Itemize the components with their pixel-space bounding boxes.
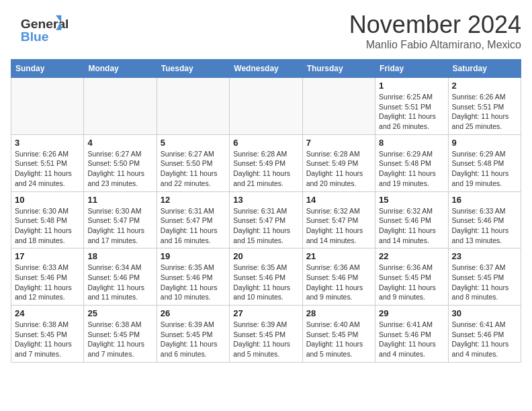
day-info: Sunrise: 6:28 AM Sunset: 5:49 PM Dayligh… [233, 149, 298, 189]
calendar-table: SundayMondayTuesdayWednesdayThursdayFrid… [11, 59, 521, 363]
day-info: Sunrise: 6:37 AM Sunset: 5:45 PM Dayligh… [452, 263, 517, 302]
col-header-saturday: Saturday [448, 60, 521, 78]
day-number: 14 [306, 195, 371, 205]
day-number: 28 [306, 308, 371, 318]
calendar-week-row: 17Sunrise: 6:33 AM Sunset: 5:46 PM Dayli… [11, 248, 521, 306]
day-info: Sunrise: 6:35 AM Sunset: 5:46 PM Dayligh… [233, 263, 298, 302]
svg-text:General: General [21, 17, 69, 31]
day-info: Sunrise: 6:27 AM Sunset: 5:50 PM Dayligh… [87, 149, 152, 189]
day-number: 2 [452, 81, 517, 91]
calendar-cell: 16Sunrise: 6:33 AM Sunset: 5:46 PM Dayli… [448, 191, 521, 248]
day-info: Sunrise: 6:35 AM Sunset: 5:46 PM Dayligh… [161, 263, 226, 302]
day-number: 29 [379, 308, 444, 318]
calendar-cell: 14Sunrise: 6:32 AM Sunset: 5:47 PM Dayli… [302, 191, 375, 248]
calendar-cell: 11Sunrise: 6:30 AM Sunset: 5:47 PM Dayli… [84, 191, 157, 248]
svg-text:Blue: Blue [21, 30, 49, 43]
day-number: 5 [161, 138, 226, 148]
day-info: Sunrise: 6:41 AM Sunset: 5:46 PM Dayligh… [379, 320, 444, 359]
day-number: 22 [379, 251, 444, 261]
calendar-week-row: 24Sunrise: 6:38 AM Sunset: 5:45 PM Dayli… [11, 306, 521, 363]
calendar-cell: 15Sunrise: 6:32 AM Sunset: 5:46 PM Dayli… [375, 191, 448, 248]
day-number: 15 [379, 195, 444, 205]
calendar-cell: 3Sunrise: 6:26 AM Sunset: 5:51 PM Daylig… [11, 134, 84, 191]
calendar-cell [230, 78, 302, 135]
day-info: Sunrise: 6:34 AM Sunset: 5:46 PM Dayligh… [87, 263, 152, 302]
day-info: Sunrise: 6:32 AM Sunset: 5:47 PM Dayligh… [306, 206, 371, 246]
day-number: 21 [306, 251, 371, 261]
day-info: Sunrise: 6:38 AM Sunset: 5:45 PM Dayligh… [15, 320, 80, 359]
calendar-cell: 24Sunrise: 6:38 AM Sunset: 5:45 PM Dayli… [11, 306, 84, 363]
col-header-monday: Monday [84, 60, 157, 78]
calendar-cell: 23Sunrise: 6:37 AM Sunset: 5:45 PM Dayli… [448, 248, 521, 306]
day-number: 10 [15, 195, 80, 205]
calendar-cell [157, 78, 229, 135]
day-info: Sunrise: 6:31 AM Sunset: 5:47 PM Dayligh… [161, 206, 226, 246]
day-number: 26 [161, 308, 226, 318]
calendar-cell: 20Sunrise: 6:35 AM Sunset: 5:46 PM Dayli… [230, 248, 302, 306]
calendar-cell [84, 78, 157, 135]
page-header: General Blue November 2024 Manlio Fabio … [11, 11, 521, 51]
calendar-cell: 2Sunrise: 6:26 AM Sunset: 5:51 PM Daylig… [448, 78, 521, 135]
calendar-cell: 6Sunrise: 6:28 AM Sunset: 5:49 PM Daylig… [230, 134, 302, 191]
day-number: 4 [87, 138, 152, 148]
calendar-cell: 1Sunrise: 6:25 AM Sunset: 5:51 PM Daylig… [375, 78, 448, 135]
day-info: Sunrise: 6:25 AM Sunset: 5:51 PM Dayligh… [379, 92, 444, 132]
calendar-cell: 9Sunrise: 6:29 AM Sunset: 5:48 PM Daylig… [448, 134, 521, 191]
calendar-week-row: 3Sunrise: 6:26 AM Sunset: 5:51 PM Daylig… [11, 134, 521, 191]
day-number: 23 [452, 251, 517, 261]
day-info: Sunrise: 6:26 AM Sunset: 5:51 PM Dayligh… [15, 149, 80, 189]
day-info: Sunrise: 6:29 AM Sunset: 5:48 PM Dayligh… [452, 149, 517, 189]
col-header-tuesday: Tuesday [157, 60, 229, 78]
day-number: 9 [452, 138, 517, 148]
calendar-cell: 13Sunrise: 6:31 AM Sunset: 5:47 PM Dayli… [230, 191, 302, 248]
col-header-friday: Friday [375, 60, 448, 78]
calendar-cell: 27Sunrise: 6:39 AM Sunset: 5:45 PM Dayli… [230, 306, 302, 363]
day-info: Sunrise: 6:41 AM Sunset: 5:46 PM Dayligh… [452, 320, 517, 359]
calendar-cell: 19Sunrise: 6:35 AM Sunset: 5:46 PM Dayli… [157, 248, 229, 306]
day-number: 19 [161, 251, 226, 261]
day-number: 6 [233, 138, 298, 148]
day-number: 13 [233, 195, 298, 205]
calendar-header-row: SundayMondayTuesdayWednesdayThursdayFrid… [11, 60, 521, 78]
calendar-cell: 26Sunrise: 6:39 AM Sunset: 5:45 PM Dayli… [157, 306, 229, 363]
calendar-cell: 21Sunrise: 6:36 AM Sunset: 5:46 PM Dayli… [302, 248, 375, 306]
day-number: 1 [379, 81, 444, 91]
col-header-wednesday: Wednesday [230, 60, 302, 78]
logo-icon: General Blue [11, 13, 71, 43]
calendar-week-row: 10Sunrise: 6:30 AM Sunset: 5:48 PM Dayli… [11, 191, 521, 248]
day-number: 25 [87, 308, 152, 318]
calendar-cell: 10Sunrise: 6:30 AM Sunset: 5:48 PM Dayli… [11, 191, 84, 248]
day-number: 11 [87, 195, 152, 205]
col-header-thursday: Thursday [302, 60, 375, 78]
calendar-cell [302, 78, 375, 135]
day-number: 3 [15, 138, 80, 148]
day-info: Sunrise: 6:33 AM Sunset: 5:46 PM Dayligh… [452, 206, 517, 246]
calendar-cell: 29Sunrise: 6:41 AM Sunset: 5:46 PM Dayli… [375, 306, 448, 363]
calendar-cell [11, 78, 84, 135]
day-info: Sunrise: 6:28 AM Sunset: 5:49 PM Dayligh… [306, 149, 371, 189]
calendar-cell: 18Sunrise: 6:34 AM Sunset: 5:46 PM Dayli… [84, 248, 157, 306]
day-info: Sunrise: 6:38 AM Sunset: 5:45 PM Dayligh… [87, 320, 152, 359]
day-info: Sunrise: 6:26 AM Sunset: 5:51 PM Dayligh… [452, 92, 517, 132]
calendar-cell: 7Sunrise: 6:28 AM Sunset: 5:49 PM Daylig… [302, 134, 375, 191]
day-info: Sunrise: 6:40 AM Sunset: 5:45 PM Dayligh… [306, 320, 371, 359]
day-info: Sunrise: 6:31 AM Sunset: 5:47 PM Dayligh… [233, 206, 298, 246]
calendar-cell: 25Sunrise: 6:38 AM Sunset: 5:45 PM Dayli… [84, 306, 157, 363]
day-number: 18 [87, 251, 152, 261]
day-info: Sunrise: 6:33 AM Sunset: 5:46 PM Dayligh… [15, 263, 80, 302]
day-info: Sunrise: 6:39 AM Sunset: 5:45 PM Dayligh… [233, 320, 298, 359]
day-number: 27 [233, 308, 298, 318]
day-number: 24 [15, 308, 80, 318]
day-number: 16 [452, 195, 517, 205]
location-title: Manlio Fabio Altamirano, Mexico [349, 39, 521, 51]
day-number: 30 [452, 308, 517, 318]
calendar-cell: 12Sunrise: 6:31 AM Sunset: 5:47 PM Dayli… [157, 191, 229, 248]
calendar-cell: 17Sunrise: 6:33 AM Sunset: 5:46 PM Dayli… [11, 248, 84, 306]
day-info: Sunrise: 6:27 AM Sunset: 5:50 PM Dayligh… [161, 149, 226, 189]
day-number: 7 [306, 138, 371, 148]
day-info: Sunrise: 6:32 AM Sunset: 5:46 PM Dayligh… [379, 206, 444, 246]
logo: General Blue [11, 11, 74, 43]
month-title: November 2024 [349, 11, 521, 39]
col-header-sunday: Sunday [11, 60, 84, 78]
calendar-cell: 8Sunrise: 6:29 AM Sunset: 5:48 PM Daylig… [375, 134, 448, 191]
